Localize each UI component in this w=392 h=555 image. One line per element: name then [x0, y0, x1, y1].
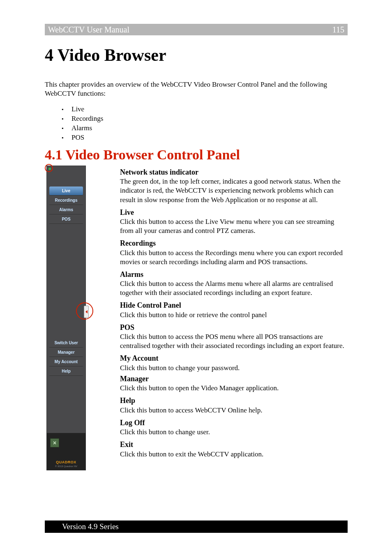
- footer-version: Version 4.9 Series: [62, 522, 119, 531]
- status-indicator-highlight-circle: [45, 164, 53, 172]
- section-title: 4.1 Video Browser Control Panel: [45, 147, 240, 163]
- desc-body-help: Click this button to access WebCCTV Onli…: [120, 406, 348, 415]
- nav-pos-button[interactable]: POS: [49, 215, 83, 224]
- desc-heading-alarms: Alarms: [120, 270, 348, 279]
- header-page-number: 115: [332, 25, 344, 35]
- desc-body-live: Click this button to access the Live Vie…: [120, 217, 348, 235]
- function-bullet-list: Live Recordings Alarms POS: [62, 105, 103, 143]
- desc-body-pos: Click this button to access the POS menu…: [120, 332, 348, 350]
- header-bar: WebCCTV User Manual 115: [45, 24, 348, 35]
- descriptions-area: Network status indicator The green dot, …: [120, 168, 348, 461]
- desc-body-log-off: Click this button to change user.: [120, 428, 348, 437]
- desc-body-exit: Click this button to exit the WebCCTV ap…: [120, 450, 348, 459]
- chapter-title: 4 Video Browser: [45, 45, 166, 65]
- nav-manager-button[interactable]: Manager: [49, 348, 83, 357]
- copyright-text: © 2013 Quadrox NV: [55, 465, 77, 467]
- desc-body-manager: Click this button to open the Video Mana…: [120, 384, 348, 393]
- nav-top-group: Live Recordings Alarms POS: [49, 187, 83, 224]
- desc-body-hide: Click this button to hide or retrieve th…: [120, 311, 348, 320]
- nav-recordings-button[interactable]: Recordings: [49, 196, 83, 205]
- desc-body-alarms: Click this button to access the Alarms m…: [120, 279, 348, 297]
- desc-heading-manager: Manager: [120, 374, 348, 384]
- nav-alarms-button[interactable]: Alarms: [49, 205, 83, 214]
- bullet-item: Live: [71, 105, 103, 114]
- desc-body-my-account: Click this button to change your passwor…: [120, 364, 348, 373]
- footer-bar: Version 4.9 Series: [45, 520, 348, 533]
- nav-switch-user-button[interactable]: Switch User: [49, 339, 83, 348]
- nav-my-account-button[interactable]: My Account: [49, 357, 83, 366]
- exit-icon[interactable]: ×: [50, 438, 59, 447]
- desc-heading-help: Help: [120, 396, 348, 405]
- desc-heading-log-off: Log Off: [120, 418, 348, 428]
- desc-heading-exit: Exit: [120, 440, 348, 449]
- desc-heading-pos: POS: [120, 323, 348, 332]
- control-panel-screenshot: Live Recordings Alarms POS Switch User M…: [46, 166, 86, 470]
- logo-area: × QUADROX © 2013 Quadrox NV: [47, 433, 85, 470]
- desc-heading-live: Live: [120, 208, 348, 217]
- chapter-intro: This chapter provides an overview of the…: [45, 80, 348, 98]
- desc-heading-my-account: My Account: [120, 354, 348, 363]
- desc-body-recordings: Click this button to access the Recordin…: [120, 249, 348, 267]
- nav-help-button[interactable]: Help: [49, 367, 83, 376]
- desc-heading-recordings: Recordings: [120, 239, 348, 248]
- header-title: WebCCTV User Manual: [48, 25, 129, 35]
- hide-panel-highlight-circle: [76, 302, 93, 320]
- nav-bottom-group: Switch User Manager My Account Help: [49, 339, 83, 376]
- quadrox-logo: QUADROX: [56, 460, 76, 464]
- desc-heading-network: Network status indicator: [120, 168, 348, 177]
- bullet-item: Alarms: [71, 124, 103, 133]
- bullet-item: POS: [71, 133, 103, 143]
- desc-heading-hide: Hide Control Panel: [120, 301, 348, 310]
- desc-body-network: The green dot, in the top left corner, i…: [120, 177, 348, 204]
- bullet-item: Recordings: [71, 114, 103, 124]
- nav-live-button[interactable]: Live: [49, 187, 83, 196]
